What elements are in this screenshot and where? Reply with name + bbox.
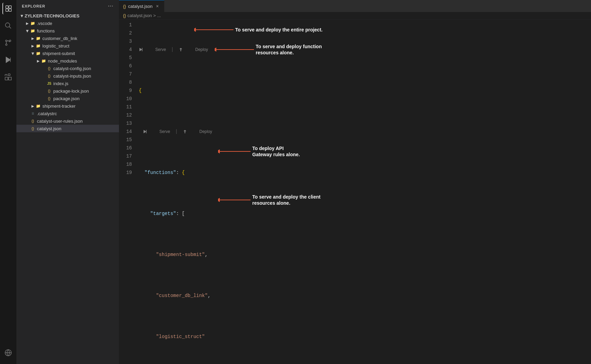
- json-icon: {}: [46, 73, 52, 79]
- no-arrow: [41, 88, 46, 94]
- code-line-6: "logistic_struct": [136, 333, 591, 341]
- breadcrumb-separator: >: [153, 13, 156, 18]
- tree-item-index-js[interactable]: JS index.js: [16, 80, 119, 87]
- tree-item-catalyst-config[interactable]: {} catalyst-config.json: [16, 65, 119, 72]
- explorer-activity-icon[interactable]: [2, 3, 14, 14]
- breadcrumb-rest: ...: [157, 13, 161, 18]
- tab-bar: {} catalyst.json ×: [119, 0, 591, 12]
- sidebar-title: EXPLORER: [22, 4, 45, 8]
- remote-activity-icon[interactable]: [2, 347, 14, 359]
- svg-marker-12: [139, 48, 142, 51]
- customer-db-label: customer_db_link: [42, 36, 77, 41]
- folder-icon: 📁: [30, 28, 36, 33]
- svg-rect-0: [6, 6, 8, 8]
- code-line-2: "functions": {: [136, 168, 591, 177]
- folder-icon: 📁: [36, 103, 41, 109]
- tree-item-catalyst-json[interactable]: {} catalyst.json: [16, 125, 119, 132]
- breadcrumb: {} catalyst.json > ...: [119, 12, 591, 19]
- json-icon: {}: [30, 126, 36, 131]
- source-control-activity-icon[interactable]: [2, 37, 14, 49]
- svg-rect-1: [9, 6, 11, 8]
- codelens-serve-top[interactable]: Serve: [139, 37, 166, 62]
- root-label: ZYLKER-TECHNOLOGIES: [25, 13, 79, 18]
- code-line-4: "shipment-submit",: [136, 251, 591, 259]
- line-numbers: 12345678910111213141516171819: [119, 19, 136, 364]
- tree-item-shipment-submit[interactable]: ▼ 📁 shipment-submit: [16, 50, 119, 57]
- codelens-deploy-functions[interactable]: Deploy: [183, 119, 212, 144]
- codelens-sep: |: [168, 45, 177, 54]
- index-js-label: index.js: [53, 81, 68, 86]
- catalyst-inputs-label: catalyst-inputs.json: [53, 73, 91, 79]
- breadcrumb-icon: {}: [123, 13, 126, 18]
- no-arrow: [25, 126, 30, 131]
- tree-item-functions[interactable]: ▼ 📁 functions: [16, 27, 119, 35]
- tree-item-customer-db-link[interactable]: ► 📁 customer_db_link: [16, 35, 119, 42]
- root-arrow: ▼: [19, 13, 25, 18]
- no-arrow: [41, 81, 46, 86]
- catalyst-user-rules-label: catalyst-user-rules.json: [37, 119, 83, 124]
- vscode-label: .vscode: [37, 21, 52, 26]
- tree-item-logistic-struct[interactable]: ► 📁 logistic_struct: [16, 42, 119, 50]
- shipment-tracker-label: shipment-tracker: [42, 104, 76, 109]
- js-icon: JS: [46, 81, 52, 86]
- json-icon: {}: [46, 88, 52, 94]
- svg-marker-9: [6, 57, 11, 63]
- tree-root[interactable]: ▼ ZYLKER-TECHNOLOGIES: [16, 12, 119, 19]
- svg-point-8: [5, 44, 7, 45]
- json-icon: {}: [46, 66, 52, 71]
- codelens-deploy-top[interactable]: Deploy: [179, 37, 208, 62]
- svg-point-4: [5, 23, 10, 27]
- folder-icon: 📁: [36, 36, 41, 41]
- tree-item-catalyst-inputs[interactable]: {} catalyst-inputs.json: [16, 72, 119, 80]
- main-area: {} catalyst.json × {} catalyst.json > ..…: [119, 0, 591, 364]
- json-icon: {}: [46, 96, 52, 101]
- shipment-submit-label: shipment-submit: [42, 51, 75, 56]
- functions-label: functions: [37, 28, 55, 33]
- codelens-functions: Serve | Deploy: [136, 127, 591, 136]
- tab-close-button[interactable]: ×: [155, 3, 160, 9]
- code-line-3: "targets": [: [136, 210, 591, 218]
- tree-item-package-json[interactable]: {} package.json: [16, 95, 119, 102]
- sidebar: EXPLORER ··· ▼ ZYLKER-TECHNOLOGIES ► 📁 .…: [16, 0, 119, 364]
- tree-item-package-lock[interactable]: {} package-lock.json: [16, 87, 119, 95]
- extensions-activity-icon[interactable]: [2, 71, 14, 83]
- tree-item-catalyst-user-rules[interactable]: {} catalyst-user-rules.json: [16, 117, 119, 125]
- catalystrc-label: .catalystrc: [37, 111, 57, 116]
- folder-icon: 📁: [41, 58, 46, 64]
- package-lock-label: package-lock.json: [53, 89, 89, 94]
- customer-db-arrow: ►: [30, 36, 36, 41]
- run-activity-icon[interactable]: [2, 54, 14, 66]
- logistic-arrow: ►: [30, 43, 36, 49]
- svg-line-5: [9, 27, 11, 29]
- logistic-label: logistic_struct: [42, 43, 69, 49]
- no-arrow: [25, 111, 30, 116]
- code-editor[interactable]: Serve | Deploy { Serve | De: [136, 19, 591, 364]
- folder-icon: 📁: [36, 43, 41, 49]
- svg-rect-11: [5, 77, 8, 80]
- file-tree: ▼ ZYLKER-TECHNOLOGIES ► 📁 .vscode ▼ 📁 fu…: [16, 12, 119, 364]
- sidebar-more-icon[interactable]: ···: [108, 3, 113, 9]
- codelens-top: Serve | Deploy: [136, 45, 591, 54]
- breadcrumb-filename: catalyst.json: [127, 13, 152, 18]
- catalyst-json-label: catalyst.json: [37, 126, 62, 131]
- tree-item-vscode[interactable]: ► 📁 .vscode: [16, 19, 119, 27]
- svg-point-6: [5, 40, 7, 42]
- tab-label: catalyst.json: [128, 4, 153, 9]
- tree-item-shipment-tracker[interactable]: ► 📁 shipment-tracker: [16, 102, 119, 110]
- editor-area: 12345678910111213141516171819 Serve | De…: [119, 19, 591, 364]
- no-arrow: [41, 66, 46, 71]
- activity-bar: [0, 0, 16, 364]
- svg-rect-2: [6, 9, 8, 11]
- catalyst-json-tab[interactable]: {} catalyst.json ×: [119, 0, 164, 12]
- node-modules-label: node_modules: [48, 58, 77, 64]
- catalyst-config-label: catalyst-config.json: [53, 66, 91, 71]
- search-activity-icon[interactable]: [2, 20, 14, 31]
- json-icon: {}: [30, 118, 36, 124]
- tree-item-catalystrc[interactable]: ≡ .catalystrc: [16, 110, 119, 117]
- functions-arrow: ▼: [25, 28, 30, 33]
- tree-item-node-modules[interactable]: ► 📁 node_modules: [16, 57, 119, 65]
- codelens-serve-functions[interactable]: Serve: [143, 119, 170, 144]
- rc-icon: ≡: [30, 111, 36, 116]
- codelens-sep: |: [172, 127, 181, 136]
- code-line-5: "customer_db_link",: [136, 292, 591, 300]
